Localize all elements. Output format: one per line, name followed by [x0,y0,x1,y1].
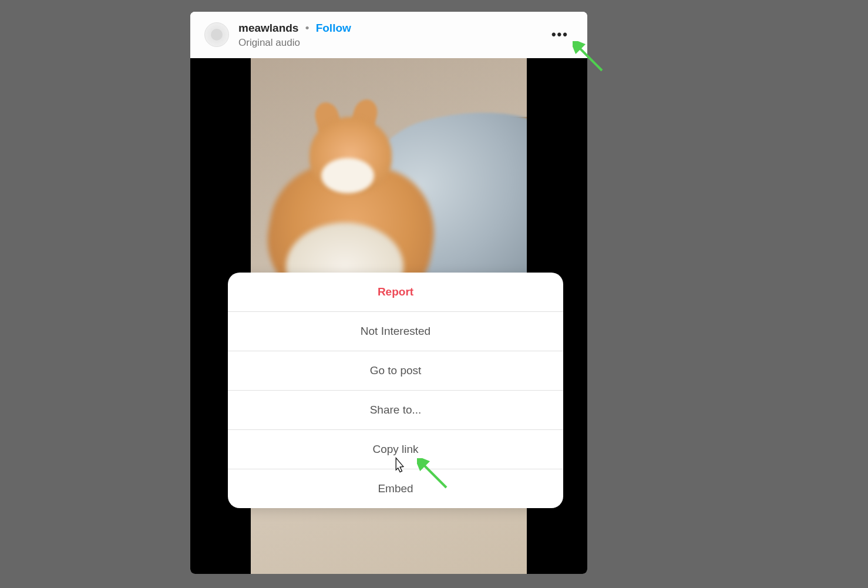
username-line: meawlands • Follow [238,21,573,36]
menu-item-not-interested[interactable]: Not Interested [228,312,563,351]
avatar[interactable] [204,22,229,47]
menu-item-embed[interactable]: Embed [228,469,563,508]
menu-item-go-to-post[interactable]: Go to post [228,351,563,391]
post-header: meawlands • Follow Original audio ••• [190,12,587,58]
video-cat-face [321,158,374,193]
audio-label[interactable]: Original audio [238,37,573,49]
menu-item-report[interactable]: Report [228,273,563,312]
more-options-button[interactable]: ••• [547,22,573,47]
menu-item-copy-link[interactable]: Copy link [228,430,563,469]
username[interactable]: meawlands [238,22,298,34]
post-info: meawlands • Follow Original audio [238,21,573,49]
menu-item-share-to[interactable]: Share to... [228,391,563,430]
separator-dot: • [302,22,313,34]
avatar-image [211,29,223,41]
options-modal: Report Not Interested Go to post Share t… [228,273,563,508]
follow-link[interactable]: Follow [316,22,351,34]
